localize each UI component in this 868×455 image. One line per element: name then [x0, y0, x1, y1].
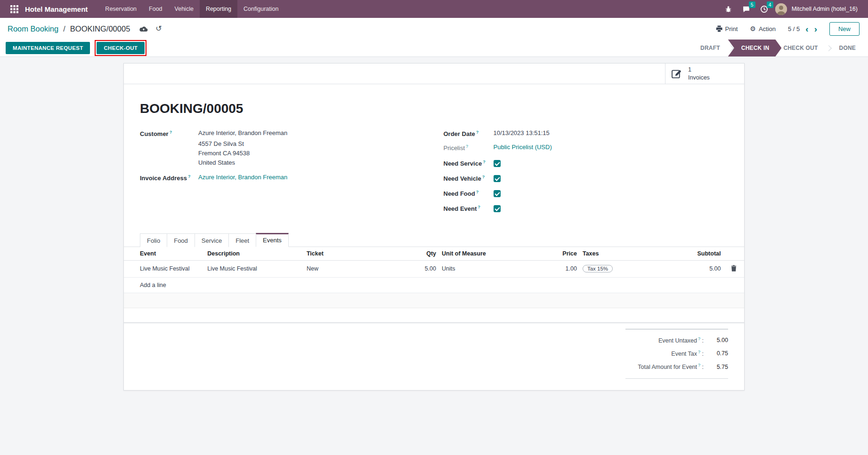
- col-unit-of-measure[interactable]: Unit of Measure: [439, 247, 490, 261]
- help-icon: ?: [476, 130, 479, 135]
- invoices-smart-button[interactable]: 1 Invoices: [665, 64, 744, 84]
- menu-vehicle[interactable]: Vehicle: [169, 0, 200, 18]
- total-tax-label: Event Tax? :: [625, 350, 704, 357]
- tab-fleet[interactable]: Fleet: [228, 233, 256, 247]
- discard-undo-icon[interactable]: ↺: [155, 25, 162, 32]
- help-icon: ?: [188, 174, 191, 179]
- page-content: 1 Invoices BOOKING/00005 Customer? Azure…: [0, 57, 868, 391]
- cell-qty[interactable]: 5.00: [390, 260, 439, 277]
- step-check-in[interactable]: CHECK IN: [728, 40, 782, 56]
- order-date-value[interactable]: 10/13/2023 13:51:15: [494, 129, 550, 137]
- tab-events[interactable]: Events: [256, 233, 289, 247]
- tab-folio[interactable]: Folio: [140, 233, 167, 247]
- gear-icon: ⚙: [750, 25, 756, 32]
- user-avatar[interactable]: [775, 3, 787, 15]
- notebook-tabs: Folio Food Service Fleet Events: [124, 232, 744, 247]
- menu-reporting[interactable]: Reporting: [200, 0, 237, 18]
- activities-button[interactable]: 4: [757, 0, 771, 18]
- col-description[interactable]: Description: [204, 247, 304, 261]
- need-event-field-row: Need Event?: [444, 203, 729, 214]
- customer-address-line: Fremont CA 94538: [198, 150, 287, 157]
- print-label: Print: [725, 25, 738, 32]
- pricelist-value[interactable]: Public Pricelist (USD): [494, 144, 552, 152]
- check-out-button[interactable]: CHECK-OUT: [97, 42, 145, 54]
- invoice-address-value[interactable]: Azure Interior, Brandon Freeman: [198, 174, 287, 182]
- smart-button-text: 1 Invoices: [688, 66, 710, 81]
- tab-food[interactable]: Food: [167, 233, 195, 247]
- tab-service[interactable]: Service: [195, 233, 229, 247]
- grid-icon: [10, 5, 18, 13]
- app-title[interactable]: Hotel Management: [22, 0, 92, 18]
- total-tax-value: 0.75: [704, 350, 728, 357]
- menu-food[interactable]: Food: [143, 0, 169, 18]
- messages-button[interactable]: 5: [739, 0, 754, 18]
- cell-event[interactable]: Live Music Festival: [124, 260, 204, 277]
- need-service-label: Need Service?: [444, 159, 494, 167]
- cell-description[interactable]: Live Music Festival: [204, 260, 304, 277]
- pager: 5 / 5 ‹ ›: [788, 24, 817, 33]
- help-icon: ?: [698, 336, 700, 341]
- empty-stripe-row: [124, 308, 744, 323]
- breadcrumb-separator: /: [63, 24, 65, 33]
- add-line-row: Add a line: [124, 277, 744, 293]
- menu-configuration[interactable]: Configuration: [237, 0, 284, 18]
- help-icon: ?: [482, 175, 485, 179]
- help-icon: ?: [483, 160, 486, 164]
- breadcrumb: Room Booking / BOOKING/00005 ↺: [8, 24, 162, 33]
- booking-form-card: 1 Invoices BOOKING/00005 Customer? Azure…: [123, 63, 745, 391]
- col-price[interactable]: Price: [490, 247, 580, 261]
- step-check-out[interactable]: CHECK OUT: [776, 40, 825, 56]
- help-icon: ?: [170, 130, 172, 135]
- customer-address-line: 4557 De Silva St: [198, 140, 287, 147]
- customer-name[interactable]: Azure Interior, Brandon Freeman: [198, 129, 287, 136]
- step-draft[interactable]: DRAFT: [693, 40, 728, 56]
- col-subtotal[interactable]: Subtotal: [660, 247, 723, 261]
- need-service-field-row: Need Service?: [444, 158, 729, 169]
- total-untaxed-label: Event Untaxed? :: [625, 336, 704, 344]
- need-vehicle-checkbox[interactable]: [494, 175, 501, 182]
- new-button[interactable]: New: [829, 22, 860, 36]
- cell-taxes[interactable]: Tax 15%: [580, 260, 660, 277]
- customer-value[interactable]: Azure Interior, Brandon Freeman 4557 De …: [198, 129, 287, 166]
- field-grid: Customer? Azure Interior, Brandon Freema…: [140, 129, 728, 218]
- need-service-checkbox[interactable]: [494, 160, 501, 167]
- debug-bug-button[interactable]: [722, 0, 736, 18]
- cloud-save-icon[interactable]: [139, 26, 148, 32]
- maintenance-request-button[interactable]: MAINTENANCE REQUEST: [6, 42, 90, 54]
- col-event[interactable]: Event: [124, 247, 204, 261]
- pager-previous-icon[interactable]: ‹: [805, 24, 808, 33]
- record-status-indicators: ↺: [139, 25, 162, 32]
- need-food-label: Need Food?: [444, 189, 494, 197]
- pager-counter: 5 / 5: [788, 25, 800, 32]
- action-button[interactable]: ⚙ Action: [750, 25, 776, 32]
- top-navbar: Hotel Management Reservation Food Vehicl…: [0, 0, 868, 18]
- breadcrumb-parent-link[interactable]: Room Booking: [8, 24, 58, 33]
- add-line-link[interactable]: Add a line: [124, 277, 744, 293]
- table-header-row: Event Description Ticket Qty Unit of Mea…: [124, 247, 744, 261]
- cell-ticket[interactable]: New: [304, 260, 390, 277]
- menu-reservation[interactable]: Reservation: [99, 0, 143, 18]
- step-done[interactable]: DONE: [832, 40, 863, 56]
- cell-price[interactable]: 1.00: [490, 260, 580, 277]
- pager-next-icon[interactable]: ›: [814, 24, 817, 33]
- col-ticket[interactable]: Ticket: [304, 247, 390, 261]
- cell-unit-of-measure[interactable]: Units: [439, 260, 490, 277]
- edit-note-icon: [671, 68, 682, 80]
- invoice-address-field-row: Invoice Address? Azure Interior, Brandon…: [140, 174, 425, 182]
- tax-badge[interactable]: Tax 15%: [583, 265, 613, 272]
- col-taxes[interactable]: Taxes: [580, 247, 660, 261]
- delete-row-button[interactable]: [723, 260, 744, 277]
- need-food-checkbox[interactable]: [494, 190, 501, 197]
- customer-label: Customer?: [140, 129, 198, 166]
- need-event-checkbox[interactable]: [494, 205, 501, 212]
- breadcrumb-current: BOOKING/00005: [70, 24, 130, 33]
- apps-menu-button[interactable]: [7, 0, 22, 18]
- printer-icon: [716, 25, 722, 32]
- user-menu[interactable]: Mitchell Admin (hotel_16): [791, 6, 861, 12]
- help-icon: ?: [466, 144, 468, 149]
- need-vehicle-label: Need Vehicle?: [444, 174, 494, 182]
- table-row[interactable]: Live Music Festival Live Music Festival …: [124, 260, 744, 277]
- col-qty[interactable]: Qty: [390, 247, 439, 261]
- print-button[interactable]: Print: [716, 25, 738, 32]
- cell-subtotal[interactable]: 5.00: [660, 260, 723, 277]
